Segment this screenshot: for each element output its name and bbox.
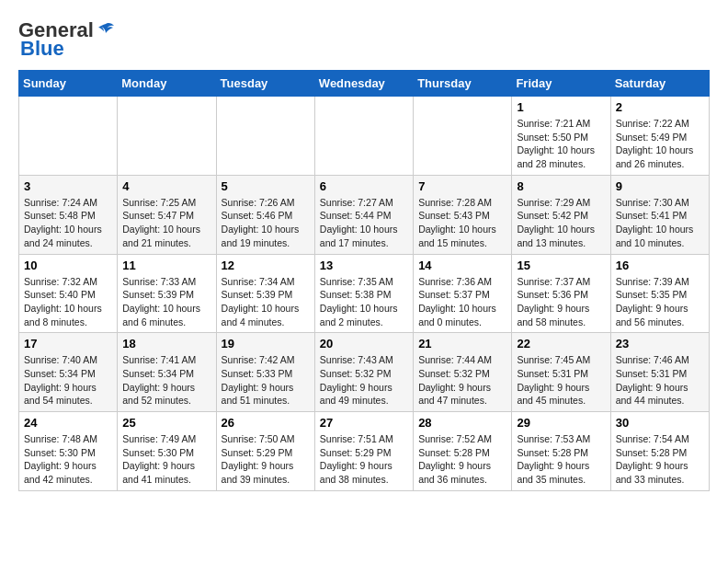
logo: General Blue xyxy=(18,18,116,61)
week-row-1: 1Sunrise: 7:21 AM Sunset: 5:50 PM Daylig… xyxy=(19,97,710,176)
day-number: 23 xyxy=(616,337,704,350)
day-number: 3 xyxy=(24,179,112,193)
day-number: 7 xyxy=(418,179,506,193)
day-number: 4 xyxy=(122,179,210,193)
day-info: Sunrise: 7:21 AM Sunset: 5:50 PM Dayligh… xyxy=(517,117,605,171)
day-cell-1: 1Sunrise: 7:21 AM Sunset: 5:50 PM Daylig… xyxy=(512,97,610,176)
day-number: 9 xyxy=(616,179,704,193)
day-info: Sunrise: 7:22 AM Sunset: 5:49 PM Dayligh… xyxy=(616,117,704,171)
day-number: 27 xyxy=(320,416,408,430)
day-number: 17 xyxy=(24,337,112,350)
weekday-header-friday: Friday xyxy=(512,71,610,97)
day-number: 30 xyxy=(616,416,704,430)
day-cell-9: 9Sunrise: 7:30 AM Sunset: 5:41 PM Daylig… xyxy=(610,175,709,254)
page-header: General Blue xyxy=(18,18,710,61)
empty-cell xyxy=(19,97,118,176)
day-cell-17: 17Sunrise: 7:40 AM Sunset: 5:34 PM Dayli… xyxy=(19,333,118,412)
day-number: 22 xyxy=(517,337,605,350)
day-number: 28 xyxy=(418,416,506,430)
day-cell-22: 22Sunrise: 7:45 AM Sunset: 5:31 PM Dayli… xyxy=(512,333,610,412)
day-cell-27: 27Sunrise: 7:51 AM Sunset: 5:29 PM Dayli… xyxy=(314,412,413,491)
day-info: Sunrise: 7:45 AM Sunset: 5:31 PM Dayligh… xyxy=(517,353,605,408)
day-cell-20: 20Sunrise: 7:43 AM Sunset: 5:32 PM Dayli… xyxy=(314,333,413,412)
day-info: Sunrise: 7:49 AM Sunset: 5:30 PM Dayligh… xyxy=(122,432,210,487)
day-info: Sunrise: 7:37 AM Sunset: 5:36 PM Dayligh… xyxy=(517,275,605,329)
day-cell-15: 15Sunrise: 7:37 AM Sunset: 5:36 PM Dayli… xyxy=(512,254,610,333)
day-info: Sunrise: 7:34 AM Sunset: 5:39 PM Dayligh… xyxy=(222,275,310,329)
weekday-header-tuesday: Tuesday xyxy=(216,71,314,97)
day-info: Sunrise: 7:44 AM Sunset: 5:32 PM Dayligh… xyxy=(418,353,506,408)
empty-cell xyxy=(414,97,512,176)
day-cell-14: 14Sunrise: 7:36 AM Sunset: 5:37 PM Dayli… xyxy=(414,254,512,333)
day-info: Sunrise: 7:36 AM Sunset: 5:37 PM Dayligh… xyxy=(418,275,506,329)
weekday-header-row: SundayMondayTuesdayWednesdayThursdayFrid… xyxy=(19,71,710,97)
day-info: Sunrise: 7:26 AM Sunset: 5:46 PM Dayligh… xyxy=(222,196,310,250)
day-number: 6 xyxy=(320,179,408,193)
day-number: 18 xyxy=(122,337,210,350)
day-number: 2 xyxy=(616,100,704,114)
day-cell-10: 10Sunrise: 7:32 AM Sunset: 5:40 PM Dayli… xyxy=(19,254,118,333)
week-row-3: 10Sunrise: 7:32 AM Sunset: 5:40 PM Dayli… xyxy=(19,254,710,333)
day-cell-13: 13Sunrise: 7:35 AM Sunset: 5:38 PM Dayli… xyxy=(314,254,413,333)
day-number: 16 xyxy=(616,259,704,272)
day-info: Sunrise: 7:41 AM Sunset: 5:34 PM Dayligh… xyxy=(122,353,210,408)
day-number: 20 xyxy=(320,337,408,350)
day-number: 21 xyxy=(418,337,506,350)
weekday-header-sunday: Sunday xyxy=(19,71,118,97)
day-cell-3: 3Sunrise: 7:24 AM Sunset: 5:48 PM Daylig… xyxy=(19,175,118,254)
day-info: Sunrise: 7:32 AM Sunset: 5:40 PM Dayligh… xyxy=(24,275,112,329)
day-info: Sunrise: 7:53 AM Sunset: 5:28 PM Dayligh… xyxy=(517,432,605,487)
week-row-2: 3Sunrise: 7:24 AM Sunset: 5:48 PM Daylig… xyxy=(19,175,710,254)
day-number: 15 xyxy=(517,259,605,272)
day-cell-18: 18Sunrise: 7:41 AM Sunset: 5:34 PM Dayli… xyxy=(118,333,216,412)
day-cell-7: 7Sunrise: 7:28 AM Sunset: 5:43 PM Daylig… xyxy=(414,175,512,254)
day-cell-16: 16Sunrise: 7:39 AM Sunset: 5:35 PM Dayli… xyxy=(610,254,709,333)
day-number: 10 xyxy=(24,259,112,272)
day-cell-4: 4Sunrise: 7:25 AM Sunset: 5:47 PM Daylig… xyxy=(118,175,216,254)
day-number: 14 xyxy=(418,259,506,272)
weekday-header-thursday: Thursday xyxy=(414,71,512,97)
day-cell-21: 21Sunrise: 7:44 AM Sunset: 5:32 PM Dayli… xyxy=(414,333,512,412)
day-number: 19 xyxy=(222,337,310,350)
day-cell-8: 8Sunrise: 7:29 AM Sunset: 5:42 PM Daylig… xyxy=(512,175,610,254)
day-info: Sunrise: 7:46 AM Sunset: 5:31 PM Dayligh… xyxy=(616,353,704,408)
logo-bird-icon xyxy=(96,20,116,40)
day-cell-11: 11Sunrise: 7:33 AM Sunset: 5:39 PM Dayli… xyxy=(118,254,216,333)
day-number: 12 xyxy=(222,259,310,272)
day-cell-30: 30Sunrise: 7:54 AM Sunset: 5:28 PM Dayli… xyxy=(610,412,709,491)
day-number: 29 xyxy=(517,416,605,430)
day-info: Sunrise: 7:54 AM Sunset: 5:28 PM Dayligh… xyxy=(616,432,704,487)
day-number: 13 xyxy=(320,259,408,272)
day-cell-28: 28Sunrise: 7:52 AM Sunset: 5:28 PM Dayli… xyxy=(414,412,512,491)
day-cell-2: 2Sunrise: 7:22 AM Sunset: 5:49 PM Daylig… xyxy=(610,97,709,176)
empty-cell xyxy=(118,97,216,176)
day-info: Sunrise: 7:33 AM Sunset: 5:39 PM Dayligh… xyxy=(122,275,210,329)
day-info: Sunrise: 7:24 AM Sunset: 5:48 PM Dayligh… xyxy=(24,196,112,250)
weekday-header-wednesday: Wednesday xyxy=(314,71,413,97)
day-number: 26 xyxy=(222,416,310,430)
day-number: 1 xyxy=(517,100,605,114)
week-row-4: 17Sunrise: 7:40 AM Sunset: 5:34 PM Dayli… xyxy=(19,333,710,412)
day-info: Sunrise: 7:42 AM Sunset: 5:33 PM Dayligh… xyxy=(222,353,310,408)
weekday-header-monday: Monday xyxy=(118,71,216,97)
day-number: 24 xyxy=(24,416,112,430)
day-number: 8 xyxy=(517,179,605,193)
day-info: Sunrise: 7:27 AM Sunset: 5:44 PM Dayligh… xyxy=(320,196,408,250)
day-info: Sunrise: 7:51 AM Sunset: 5:29 PM Dayligh… xyxy=(320,432,408,487)
day-info: Sunrise: 7:48 AM Sunset: 5:30 PM Dayligh… xyxy=(24,432,112,487)
day-cell-25: 25Sunrise: 7:49 AM Sunset: 5:30 PM Dayli… xyxy=(118,412,216,491)
day-number: 11 xyxy=(122,259,210,272)
day-info: Sunrise: 7:52 AM Sunset: 5:28 PM Dayligh… xyxy=(418,432,506,487)
day-number: 25 xyxy=(122,416,210,430)
day-cell-23: 23Sunrise: 7:46 AM Sunset: 5:31 PM Dayli… xyxy=(610,333,709,412)
day-cell-24: 24Sunrise: 7:48 AM Sunset: 5:30 PM Dayli… xyxy=(19,412,118,491)
day-info: Sunrise: 7:40 AM Sunset: 5:34 PM Dayligh… xyxy=(24,353,112,408)
day-cell-29: 29Sunrise: 7:53 AM Sunset: 5:28 PM Dayli… xyxy=(512,412,610,491)
day-info: Sunrise: 7:25 AM Sunset: 5:47 PM Dayligh… xyxy=(122,196,210,250)
day-info: Sunrise: 7:28 AM Sunset: 5:43 PM Dayligh… xyxy=(418,196,506,250)
calendar-table: SundayMondayTuesdayWednesdayThursdayFrid… xyxy=(18,70,710,491)
empty-cell xyxy=(314,97,413,176)
day-cell-26: 26Sunrise: 7:50 AM Sunset: 5:29 PM Dayli… xyxy=(216,412,314,491)
day-info: Sunrise: 7:30 AM Sunset: 5:41 PM Dayligh… xyxy=(616,196,704,250)
day-info: Sunrise: 7:43 AM Sunset: 5:32 PM Dayligh… xyxy=(320,353,408,408)
